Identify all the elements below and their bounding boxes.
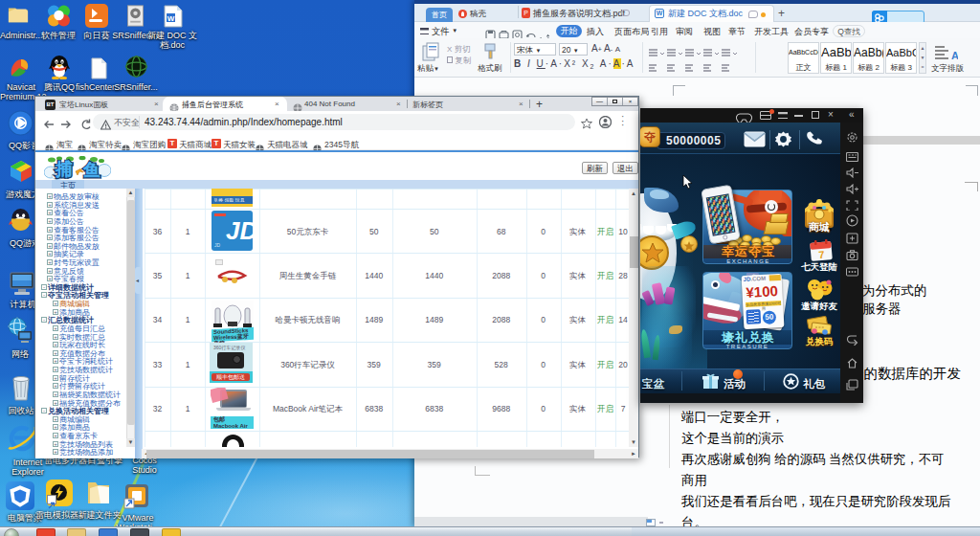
svg-text:鱼: 鱼 (83, 161, 100, 179)
svg-text:A: A (951, 50, 958, 61)
svg-text:7: 7 (818, 249, 825, 260)
svg-text:W: W (167, 14, 175, 23)
svg-text:捕: 捕 (56, 160, 73, 178)
